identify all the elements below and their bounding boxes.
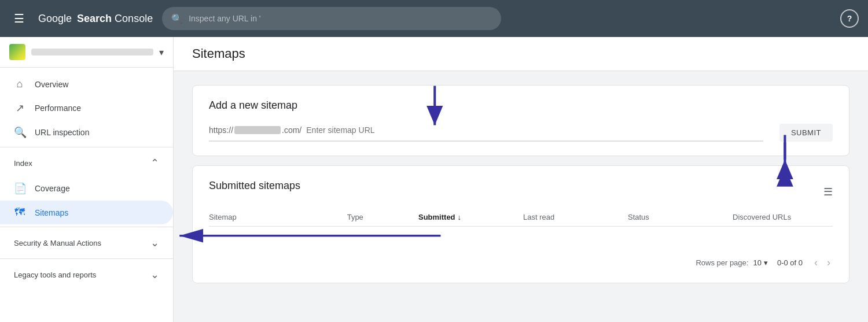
sidebar-divider-3 <box>0 258 173 259</box>
url-search-bar[interactable]: 🔍 <box>162 7 501 30</box>
url-slash: .com/ <box>282 125 301 135</box>
main-layout: ▾ ⌂ Overview ↗ Performance 🔍 URL inspect… <box>0 37 868 322</box>
sidebar-item-sitemaps-label: Sitemaps <box>35 208 68 217</box>
sidebar-divider-2 <box>0 227 173 227</box>
sidebar: ▾ ⌂ Overview ↗ Performance 🔍 URL inspect… <box>0 37 174 322</box>
logo-google: Google <box>38 13 72 25</box>
property-favicon <box>9 44 25 60</box>
next-page-button[interactable]: › <box>825 257 833 269</box>
sidebar-item-overview[interactable]: ⌂ Overview <box>0 72 173 96</box>
legacy-chevron-icon: ⌄ <box>150 268 159 281</box>
submitted-sitemaps-title: Submitted sitemaps <box>209 180 300 192</box>
sort-arrow-icon: ↓ <box>458 213 462 221</box>
rows-per-page-value: 10 <box>753 258 761 267</box>
col-discovered-urls: Discovered URLs <box>733 213 833 221</box>
sidebar-divider <box>0 147 173 147</box>
page-title: Sitemaps <box>192 46 849 61</box>
property-selector[interactable]: ▾ <box>0 37 173 68</box>
domain-blurred <box>234 126 281 134</box>
add-sitemap-card: Add a new sitemap https:// .com/ SUBMIT <box>192 85 849 156</box>
sitemaps-icon: 🗺 <box>14 206 25 219</box>
logo-search-console: Search Console <box>74 13 153 25</box>
url-search-input[interactable] <box>189 14 492 23</box>
index-section-label: Index <box>14 159 32 168</box>
filter-icon[interactable]: ☰ <box>823 186 833 198</box>
sitemap-input-wrapper: https:// .com/ <box>209 123 763 142</box>
table-footer: Rows per page: 10 ▾ 0-0 of 0 ‹ › <box>209 250 833 269</box>
property-dropdown-icon: ▾ <box>159 47 164 58</box>
table-body <box>209 227 833 250</box>
security-section-header[interactable]: Security & Manual Actions ⌄ <box>0 230 173 256</box>
legacy-section-label: Legacy tools and reports <box>14 271 96 279</box>
app-logo: Google Search Console <box>38 13 153 25</box>
sidebar-item-performance-label: Performance <box>35 103 81 113</box>
property-name <box>31 49 153 55</box>
col-sitemap: Sitemap <box>209 213 343 221</box>
index-chevron-icon: ⌃ <box>150 157 159 169</box>
sidebar-item-coverage-label: Coverage <box>35 184 70 193</box>
add-sitemap-title: Add a new sitemap <box>209 99 833 112</box>
rows-dropdown-icon: ▾ <box>764 258 768 267</box>
rows-per-page-label: Rows per page: <box>696 258 748 267</box>
col-submitted[interactable]: Submitted ↓ <box>418 213 518 221</box>
rows-per-page: Rows per page: 10 ▾ <box>696 258 768 267</box>
search-icon: 🔍 <box>171 13 183 24</box>
performance-icon: ↗ <box>14 102 25 114</box>
col-status: Status <box>628 213 728 221</box>
sidebar-item-url-inspection-label: URL inspection <box>35 128 89 137</box>
help-button[interactable]: ? <box>840 9 859 28</box>
sidebar-nav: ⌂ Overview ↗ Performance 🔍 URL inspectio… <box>0 68 173 322</box>
pagination-range: 0-0 of 0 <box>777 258 803 267</box>
submitted-sitemaps-header: Submitted sitemaps ☰ <box>209 180 833 203</box>
coverage-icon: 📄 <box>14 182 25 195</box>
header: ☰ Google Search Console 🔍 ? <box>0 0 868 37</box>
sidebar-item-coverage[interactable]: 📄 Coverage <box>0 176 173 201</box>
security-section-label: Security & Manual Actions <box>14 239 101 247</box>
col-type: Type <box>347 213 414 221</box>
index-section-header[interactable]: Index ⌃ <box>0 150 173 176</box>
sidebar-item-performance[interactable]: ↗ Performance <box>0 96 173 120</box>
pagination-nav: ‹ › <box>812 257 833 269</box>
submit-button[interactable]: SUBMIT <box>779 124 833 142</box>
col-last-read: Last read <box>523 213 623 221</box>
submitted-sitemaps-card: Submitted sitemaps ☰ Sitemap Type Submit… <box>192 165 849 283</box>
menu-icon[interactable]: ☰ <box>9 7 29 30</box>
prev-page-button[interactable]: ‹ <box>812 257 820 269</box>
rows-per-page-select[interactable]: 10 ▾ <box>753 258 767 267</box>
sidebar-item-url-inspection[interactable]: 🔍 URL inspection <box>0 120 173 145</box>
security-chevron-icon: ⌄ <box>150 236 159 249</box>
sidebar-item-sitemaps[interactable]: 🗺 Sitemaps <box>0 201 173 224</box>
sidebar-item-overview-label: Overview <box>35 80 68 89</box>
table-header-row: Sitemap Type Submitted ↓ Last read Statu… <box>209 203 833 227</box>
url-inspection-icon: 🔍 <box>14 126 25 139</box>
home-icon: ⌂ <box>14 78 25 90</box>
sitemap-url-input[interactable] <box>306 123 763 137</box>
page-title-bar: Sitemaps <box>174 37 868 71</box>
content-area: Sitemaps <box>174 37 868 322</box>
url-prefix: https:// <box>209 125 233 135</box>
legacy-section-header[interactable]: Legacy tools and reports ⌄ <box>0 261 173 288</box>
content-inner: Add a new sitemap https:// .com/ SUBMIT … <box>174 71 868 297</box>
